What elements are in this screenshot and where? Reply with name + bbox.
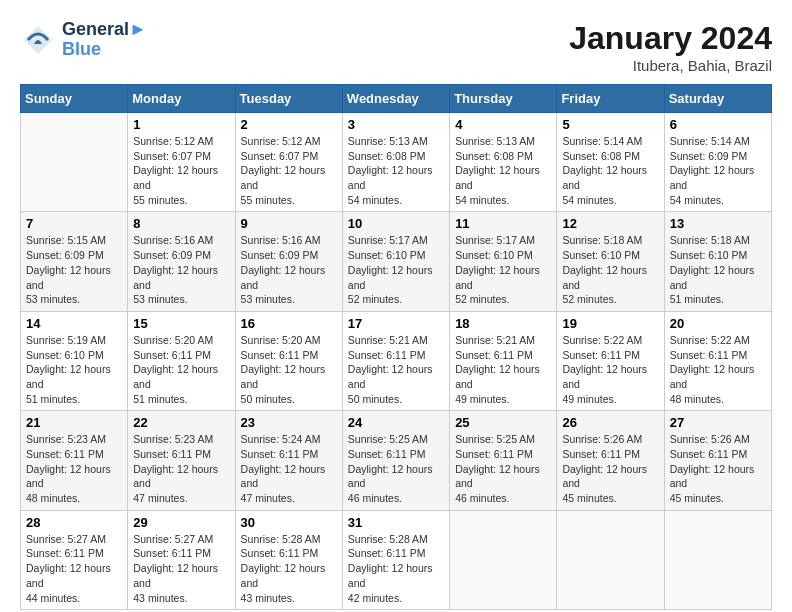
calendar-cell: 22Sunrise: 5:23 AMSunset: 6:11 PMDayligh… (128, 411, 235, 510)
calendar-cell: 14Sunrise: 5:19 AMSunset: 6:10 PMDayligh… (21, 311, 128, 410)
day-info: Sunrise: 5:12 AMSunset: 6:07 PMDaylight:… (133, 134, 229, 207)
calendar-cell: 30Sunrise: 5:28 AMSunset: 6:11 PMDayligh… (235, 510, 342, 609)
day-info: Sunrise: 5:24 AMSunset: 6:11 PMDaylight:… (241, 432, 337, 505)
calendar-cell: 4Sunrise: 5:13 AMSunset: 6:08 PMDaylight… (450, 113, 557, 212)
calendar-cell: 31Sunrise: 5:28 AMSunset: 6:11 PMDayligh… (342, 510, 449, 609)
calendar-cell: 27Sunrise: 5:26 AMSunset: 6:11 PMDayligh… (664, 411, 771, 510)
calendar-cell (664, 510, 771, 609)
calendar-cell: 15Sunrise: 5:20 AMSunset: 6:11 PMDayligh… (128, 311, 235, 410)
day-info: Sunrise: 5:14 AMSunset: 6:08 PMDaylight:… (562, 134, 658, 207)
day-info: Sunrise: 5:25 AMSunset: 6:11 PMDaylight:… (348, 432, 444, 505)
day-info: Sunrise: 5:26 AMSunset: 6:11 PMDaylight:… (562, 432, 658, 505)
calendar-cell: 10Sunrise: 5:17 AMSunset: 6:10 PMDayligh… (342, 212, 449, 311)
day-info: Sunrise: 5:18 AMSunset: 6:10 PMDaylight:… (670, 233, 766, 306)
day-number: 15 (133, 316, 229, 331)
calendar-cell: 8Sunrise: 5:16 AMSunset: 6:09 PMDaylight… (128, 212, 235, 311)
column-header-sunday: Sunday (21, 85, 128, 113)
day-info: Sunrise: 5:23 AMSunset: 6:11 PMDaylight:… (26, 432, 122, 505)
day-number: 5 (562, 117, 658, 132)
day-info: Sunrise: 5:21 AMSunset: 6:11 PMDaylight:… (455, 333, 551, 406)
day-number: 10 (348, 216, 444, 231)
column-header-thursday: Thursday (450, 85, 557, 113)
day-info: Sunrise: 5:28 AMSunset: 6:11 PMDaylight:… (241, 532, 337, 605)
day-number: 23 (241, 415, 337, 430)
column-header-saturday: Saturday (664, 85, 771, 113)
calendar-cell: 17Sunrise: 5:21 AMSunset: 6:11 PMDayligh… (342, 311, 449, 410)
day-info: Sunrise: 5:16 AMSunset: 6:09 PMDaylight:… (133, 233, 229, 306)
day-number: 9 (241, 216, 337, 231)
day-info: Sunrise: 5:26 AMSunset: 6:11 PMDaylight:… (670, 432, 766, 505)
calendar-cell: 26Sunrise: 5:26 AMSunset: 6:11 PMDayligh… (557, 411, 664, 510)
day-number: 29 (133, 515, 229, 530)
day-number: 31 (348, 515, 444, 530)
day-number: 19 (562, 316, 658, 331)
day-number: 17 (348, 316, 444, 331)
day-info: Sunrise: 5:17 AMSunset: 6:10 PMDaylight:… (348, 233, 444, 306)
logo-icon (20, 22, 56, 58)
day-info: Sunrise: 5:22 AMSunset: 6:11 PMDaylight:… (670, 333, 766, 406)
day-number: 24 (348, 415, 444, 430)
calendar-cell: 28Sunrise: 5:27 AMSunset: 6:11 PMDayligh… (21, 510, 128, 609)
title-block: January 2024 Itubera, Bahia, Brazil (569, 20, 772, 74)
calendar-cell (450, 510, 557, 609)
day-info: Sunrise: 5:20 AMSunset: 6:11 PMDaylight:… (241, 333, 337, 406)
day-number: 13 (670, 216, 766, 231)
day-info: Sunrise: 5:21 AMSunset: 6:11 PMDaylight:… (348, 333, 444, 406)
day-info: Sunrise: 5:27 AMSunset: 6:11 PMDaylight:… (26, 532, 122, 605)
day-number: 18 (455, 316, 551, 331)
calendar-week-4: 21Sunrise: 5:23 AMSunset: 6:11 PMDayligh… (21, 411, 772, 510)
calendar-cell: 9Sunrise: 5:16 AMSunset: 6:09 PMDaylight… (235, 212, 342, 311)
day-number: 1 (133, 117, 229, 132)
calendar-cell: 19Sunrise: 5:22 AMSunset: 6:11 PMDayligh… (557, 311, 664, 410)
calendar-cell: 3Sunrise: 5:13 AMSunset: 6:08 PMDaylight… (342, 113, 449, 212)
calendar-week-3: 14Sunrise: 5:19 AMSunset: 6:10 PMDayligh… (21, 311, 772, 410)
day-info: Sunrise: 5:27 AMSunset: 6:11 PMDaylight:… (133, 532, 229, 605)
day-info: Sunrise: 5:14 AMSunset: 6:09 PMDaylight:… (670, 134, 766, 207)
calendar-cell: 7Sunrise: 5:15 AMSunset: 6:09 PMDaylight… (21, 212, 128, 311)
page-header: General► Blue January 2024 Itubera, Bahi… (20, 20, 772, 74)
day-number: 25 (455, 415, 551, 430)
day-info: Sunrise: 5:20 AMSunset: 6:11 PMDaylight:… (133, 333, 229, 406)
day-info: Sunrise: 5:13 AMSunset: 6:08 PMDaylight:… (455, 134, 551, 207)
day-number: 16 (241, 316, 337, 331)
calendar-table: SundayMondayTuesdayWednesdayThursdayFrid… (20, 84, 772, 610)
calendar-cell: 25Sunrise: 5:25 AMSunset: 6:11 PMDayligh… (450, 411, 557, 510)
day-number: 22 (133, 415, 229, 430)
calendar-cell: 16Sunrise: 5:20 AMSunset: 6:11 PMDayligh… (235, 311, 342, 410)
day-number: 11 (455, 216, 551, 231)
calendar-title: January 2024 (569, 20, 772, 57)
calendar-cell: 11Sunrise: 5:17 AMSunset: 6:10 PMDayligh… (450, 212, 557, 311)
calendar-cell: 5Sunrise: 5:14 AMSunset: 6:08 PMDaylight… (557, 113, 664, 212)
calendar-cell: 23Sunrise: 5:24 AMSunset: 6:11 PMDayligh… (235, 411, 342, 510)
day-number: 20 (670, 316, 766, 331)
column-header-friday: Friday (557, 85, 664, 113)
day-number: 21 (26, 415, 122, 430)
logo: General► Blue (20, 20, 147, 60)
day-number: 8 (133, 216, 229, 231)
calendar-cell (21, 113, 128, 212)
calendar-cell: 13Sunrise: 5:18 AMSunset: 6:10 PMDayligh… (664, 212, 771, 311)
day-number: 2 (241, 117, 337, 132)
day-number: 4 (455, 117, 551, 132)
day-number: 27 (670, 415, 766, 430)
column-header-wednesday: Wednesday (342, 85, 449, 113)
day-number: 12 (562, 216, 658, 231)
calendar-cell: 12Sunrise: 5:18 AMSunset: 6:10 PMDayligh… (557, 212, 664, 311)
day-number: 14 (26, 316, 122, 331)
day-info: Sunrise: 5:13 AMSunset: 6:08 PMDaylight:… (348, 134, 444, 207)
day-info: Sunrise: 5:19 AMSunset: 6:10 PMDaylight:… (26, 333, 122, 406)
calendar-week-5: 28Sunrise: 5:27 AMSunset: 6:11 PMDayligh… (21, 510, 772, 609)
calendar-cell: 24Sunrise: 5:25 AMSunset: 6:11 PMDayligh… (342, 411, 449, 510)
calendar-cell: 29Sunrise: 5:27 AMSunset: 6:11 PMDayligh… (128, 510, 235, 609)
calendar-cell (557, 510, 664, 609)
day-info: Sunrise: 5:17 AMSunset: 6:10 PMDaylight:… (455, 233, 551, 306)
logo-text: General► Blue (62, 20, 147, 60)
column-header-monday: Monday (128, 85, 235, 113)
calendar-week-1: 1Sunrise: 5:12 AMSunset: 6:07 PMDaylight… (21, 113, 772, 212)
day-number: 3 (348, 117, 444, 132)
day-info: Sunrise: 5:16 AMSunset: 6:09 PMDaylight:… (241, 233, 337, 306)
column-header-tuesday: Tuesday (235, 85, 342, 113)
calendar-body: 1Sunrise: 5:12 AMSunset: 6:07 PMDaylight… (21, 113, 772, 610)
calendar-cell: 6Sunrise: 5:14 AMSunset: 6:09 PMDaylight… (664, 113, 771, 212)
calendar-cell: 2Sunrise: 5:12 AMSunset: 6:07 PMDaylight… (235, 113, 342, 212)
